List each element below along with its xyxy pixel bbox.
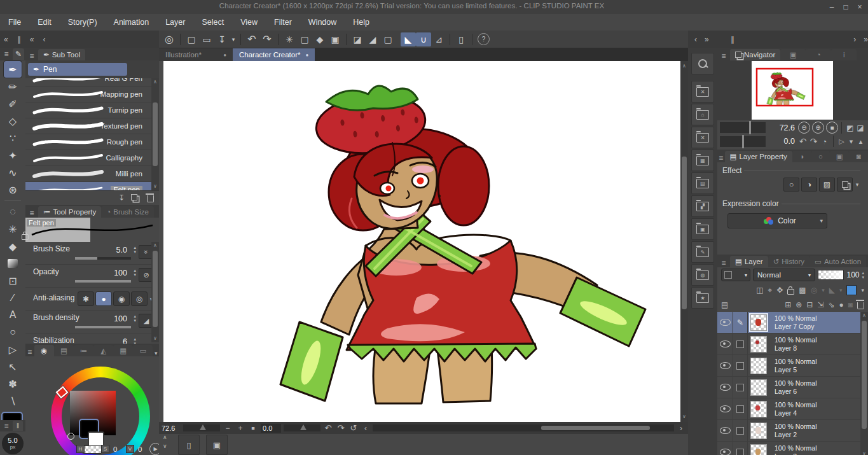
aa-medium-button[interactable]: ◉ [113,291,130,306]
deselect-button[interactable]: ✳ [282,32,297,46]
nav-reset-icon[interactable]: ▴ [856,137,865,146]
collapse-subtool-icon[interactable]: « [30,35,34,44]
menu-help[interactable]: Help [345,14,378,31]
blend-mode-dropdown[interactable]: Normal ▾ [753,269,815,281]
tab-comic[interactable]: ▣ [830,151,849,162]
brush-density-slider[interactable] [75,326,131,328]
save-dropdown-icon[interactable]: ▾ [230,32,237,46]
layer-checkbox[interactable] [736,384,744,391]
tab-navigator[interactable]: Navigator [730,49,780,60]
minimize-button[interactable]: – [825,0,839,14]
tab-information[interactable]: i [831,49,857,60]
prev-icon[interactable]: ‹ [43,35,45,44]
nav-rotate-cw-icon[interactable]: ↷ [808,136,819,146]
merge-with-lower-layer-icon[interactable]: ⇘ [828,300,834,309]
pen-item-textured-pen[interactable]: Textured pen [25,118,159,134]
expand-selection-button[interactable]: ◢ [365,32,380,46]
sv-marker[interactable] [67,433,74,440]
menu-window[interactable]: Window [300,14,345,31]
material-folder-3d[interactable]: ◍ [691,264,714,286]
layer-checkbox[interactable] [736,340,744,348]
layer-checkbox[interactable] [736,449,744,455]
tab-layer[interactable]: ▤ Layer [730,256,768,267]
pen-item-real-g-pen[interactable]: Real G Pen [25,78,159,87]
layer-checkbox[interactable] [736,362,744,370]
rotation-value[interactable]: 0.0 [261,424,281,433]
pen-item-calligraphy[interactable]: Calligraphy [25,150,159,166]
brush-density-stepper[interactable]: ▴▾ [134,314,136,323]
new-file-button[interactable]: ▢ [184,32,199,46]
nav-fullscreen-icon[interactable]: ◪ [855,123,865,132]
brush-size-indicator[interactable]: 5.0 px [2,433,24,454]
save-button[interactable]: ↧ [214,32,230,46]
material-folder-image[interactable]: ▞ [691,195,714,217]
scroll-up-icon[interactable]: ∧ [151,78,159,86]
tool-brush[interactable]: ✐ [4,95,22,112]
effect-dropdown-icon[interactable]: ▾ [853,181,862,188]
draft-layer-icon[interactable]: ✥ [776,286,783,295]
panel-menu-icon[interactable]: ≡ [0,421,13,430]
scroll-left-icon[interactable]: ‹ [361,424,370,433]
tab-color-wheel[interactable]: ◉ [34,345,54,356]
menu-file[interactable]: File [0,14,29,31]
tool-text[interactable]: A [4,307,22,323]
dock-handle-icon[interactable]: ∥ [731,35,734,44]
layer-row-3[interactable]: 100 % NormalLayer 3 [717,442,860,455]
material-folder-manga[interactable]: ▤ [691,172,714,194]
nav-reset-rotation-icon[interactable]: ◔ [819,137,830,146]
new-correction-layer-icon[interactable]: ⊛ [796,300,802,309]
layer-color-swatch[interactable] [846,285,857,295]
fill-button[interactable]: ◆ [312,32,327,46]
enable-mask-icon[interactable]: ◎ [811,286,817,295]
material-folder-illustration[interactable]: ▣ [691,218,714,240]
aa-strong-button[interactable]: ◎ [131,291,148,306]
rotate-cw-icon[interactable]: ↷ [336,423,346,433]
material-folder-all[interactable]: ✕ [691,81,714,102]
scroll-down-icon[interactable]: ∨ [151,183,159,190]
tab-tool-navigation[interactable]: ◑ [792,151,811,162]
delete-layer-icon[interactable] [857,302,864,309]
material-folder-download[interactable]: ⌂ [691,104,714,125]
effect-layer-color-button[interactable] [837,178,853,192]
scroll-right-icon[interactable]: › [677,424,685,433]
ruler-range-icon[interactable]: ◣ [829,286,835,295]
brush-size-slider[interactable] [75,257,131,260]
layer-opacity-stepper[interactable]: ▴▾ [862,270,864,279]
delete-subtool-icon[interactable] [147,195,154,202]
opacity-slider[interactable] [75,280,131,283]
pen-item-milli-pen[interactable]: Milli pen [25,166,159,182]
tab-intermediate-color[interactable]: ▦ [113,345,133,356]
new-raster-layer-icon[interactable]: ⊞ [785,300,791,309]
tool-frame-border[interactable]: ▷ [4,341,22,358]
layer-menu-icon[interactable]: ≡ [717,258,730,267]
nav-zoom-out-icon[interactable]: ⊖ [798,122,810,134]
zoom-out-icon[interactable]: − [223,424,233,433]
doc-tab-character-creator[interactable]: Character Creator* ● [233,48,315,61]
tool-eyedropper[interactable]: ∖ [4,393,22,409]
nav-flip-h-icon[interactable]: ▷ [837,137,846,146]
tool-decoration[interactable]: ✦ [4,147,22,164]
tab-subview[interactable]: ▣ [780,49,806,60]
layer-row-2[interactable]: 100 % NormalLayer 2 [717,420,860,442]
canvas-paper[interactable] [163,61,680,422]
timeline-toggle-button[interactable]: ▯ [178,435,200,455]
layer-opacity-slider[interactable] [818,270,844,280]
tab-color-history[interactable]: ▭ [133,345,153,356]
timeline-icon[interactable]: ▤ [721,300,728,309]
zoom-slider[interactable] [183,424,220,431]
menu-filter[interactable]: Filter [266,14,300,31]
maximize-button[interactable]: □ [839,0,853,14]
navigator-menu-icon[interactable]: ≡ [717,52,730,60]
dock-handle-icon[interactable]: ∥ [17,35,21,44]
material-folder-sketch[interactable]: ✎ [691,241,714,263]
copy-subtool-icon[interactable] [131,194,137,200]
canvas-vertical-scrollbar[interactable]: ∧ ∨ [680,61,688,422]
color-mode-toggle-icon[interactable]: ▶ [149,443,159,455]
layer-thumbnail[interactable] [750,358,767,374]
opacity-value[interactable]: 100 [106,269,127,277]
color-menu-icon[interactable]: ≡ [25,347,34,356]
clip-to-layer-below-icon[interactable]: ◫ [756,286,763,295]
redo-button[interactable]: ↷ [259,32,275,46]
companion-mode-button[interactable]: ▯ [453,32,469,46]
snap-to-grid-button[interactable]: ⊿ [431,32,446,46]
